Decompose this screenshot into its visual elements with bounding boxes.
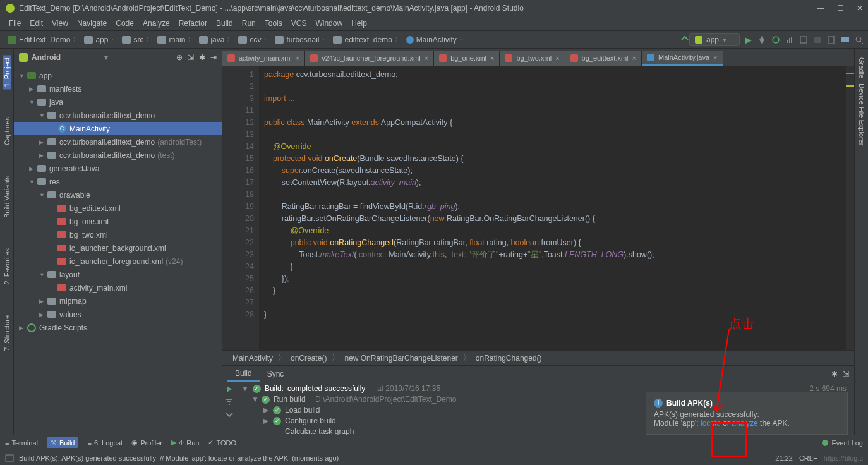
tree-node-java[interactable]: ▼java (14, 95, 222, 109)
bc-oncreate--[interactable]: onCreate() (291, 354, 327, 363)
sync-icon[interactable] (680, 35, 689, 44)
breadcrumb-edittext_demo[interactable]: edittext_demo〉 (330, 35, 403, 44)
breadcrumb-turbosnail[interactable]: turbosnail〉 (272, 35, 330, 44)
tool-6--logcat[interactable]: ≡6: Logcat (87, 439, 123, 447)
menu-refactor[interactable]: Refactor (175, 18, 211, 29)
minimize-button[interactable]: — (817, 4, 824, 13)
tool-terminal[interactable]: ≡Terminal (5, 439, 38, 447)
close-tab-icon[interactable]: × (555, 54, 559, 62)
tree-node-ic-launcher-foreground-xml[interactable]: ic_launcher_foreground.xml(v24) (14, 255, 222, 268)
menu-code[interactable]: Code (112, 18, 138, 29)
tool-profiler[interactable]: ◉Profiler (131, 438, 162, 447)
tab-bg-one-xml[interactable]: bg_one.xml× (434, 51, 500, 66)
project-tree[interactable]: ▼app▶manifests▼java▼ccv.turbosnail.editt… (14, 66, 222, 435)
tree-node-layout[interactable]: ▼layout (14, 268, 222, 281)
tree-node-mipmap[interactable]: ▶mipmap (14, 294, 222, 308)
rail-build-variants[interactable]: Build Variants (3, 173, 11, 220)
menu-analyze[interactable]: Analyze (139, 18, 174, 29)
sdk-manager-icon[interactable] (841, 36, 849, 44)
profiler-icon[interactable] (786, 36, 793, 44)
breadcrumb-MainActivity[interactable]: MainActivity〉 (404, 35, 468, 44)
code-editor[interactable]: 123111213141516171819202122232425262728 … (222, 66, 854, 350)
expand-icon[interactable] (225, 410, 234, 419)
tab-bg-edittext-xml[interactable]: bg_edittext.xml× (565, 51, 642, 66)
breadcrumb-ccv[interactable]: ccv〉 (236, 35, 272, 44)
bc-onratingchanged--[interactable]: onRatingChanged() (476, 354, 542, 363)
tool-todo[interactable]: ✓TODO (208, 438, 236, 447)
attach-debugger-icon[interactable] (800, 36, 807, 44)
filter-icon[interactable] (225, 397, 234, 406)
tree-node-ccv-turbosnail-edittext-demo[interactable]: ▶ccv.turbosnail.edittext_demo(test) (14, 148, 222, 162)
bc-new-onratingbarchangelistener[interactable]: new OnRatingBarChangeListener (344, 354, 457, 363)
hide-icon[interactable]: ⇥ (210, 53, 217, 62)
rail-gradle[interactable]: Gradle (858, 55, 865, 81)
close-tab-icon[interactable]: × (632, 54, 636, 62)
tree-node-bg-one-xml[interactable]: bg_one.xml (14, 215, 222, 228)
scroll-from-source-icon[interactable]: ⊕ (176, 53, 183, 62)
menu-navigate[interactable]: Navigate (73, 18, 111, 29)
breadcrumb-app[interactable]: app〉 (81, 35, 119, 44)
rail----favorites[interactable]: 2: Favorites (3, 246, 11, 287)
menu-view[interactable]: View (48, 18, 72, 29)
breadcrumb-java[interactable]: java〉 (196, 35, 236, 44)
menu-window[interactable]: Window (311, 18, 346, 29)
rail-captures[interactable]: Captures (3, 114, 11, 148)
close-tab-icon[interactable]: × (296, 54, 299, 62)
tree-node-manifests[interactable]: ▶manifests (14, 82, 222, 95)
project-view-title[interactable]: Android (32, 53, 100, 62)
collapse-all-icon[interactable]: ⇲ (188, 53, 194, 62)
tree-node-activity-main-xml[interactable]: activity_main.xml (14, 281, 222, 294)
editor-scrollbar[interactable] (845, 66, 854, 350)
run-button[interactable]: ▶ (745, 35, 752, 45)
menu-file[interactable]: File (5, 18, 25, 29)
tree-node-ccv-turbosnail-edittext-demo[interactable]: ▼ccv.turbosnail.edittext_demo (14, 109, 222, 122)
stop-icon[interactable] (814, 36, 821, 44)
analyze-link[interactable]: analyze (732, 419, 757, 428)
breadcrumb-EditText_Demo[interactable]: EditText_Demo〉 (5, 35, 81, 44)
tree-node-gradle-scripts[interactable]: ▶Gradle Scripts (14, 321, 222, 334)
tree-node-res[interactable]: ▼res (14, 175, 222, 188)
tab-v24-ic-launcher-foreground-xml[interactable]: v24\ic_launcher_foreground.xml× (305, 51, 434, 66)
breadcrumb-main[interactable]: main〉 (155, 35, 196, 44)
tab-mainactivity-java[interactable]: MainActivity.java× (642, 51, 723, 66)
search-icon[interactable] (855, 36, 863, 44)
menu-help[interactable]: Help (347, 18, 371, 29)
line-ending[interactable]: CRLF (799, 454, 817, 462)
status-icon[interactable] (5, 454, 14, 462)
breadcrumb-src[interactable]: src〉 (119, 35, 155, 44)
hide-bottom-icon[interactable]: ⇲ (843, 370, 849, 378)
tree-node-bg-two-xml[interactable]: bg_two.xml (14, 228, 222, 241)
maximize-button[interactable]: ☐ (837, 4, 844, 13)
tree-node-ccv-turbosnail-edittext-demo[interactable]: ▶ccv.turbosnail.edittext_demo(androidTes… (14, 135, 222, 148)
tree-node-bg-edittext-xml[interactable]: bg_edittext.xml (14, 202, 222, 215)
bottom-tab-build[interactable]: Build (227, 366, 260, 382)
gear-icon[interactable]: ✱ (831, 370, 838, 378)
menu-run[interactable]: Run (238, 18, 260, 29)
menu-vcs[interactable]: VCS (287, 18, 311, 29)
tree-node-mainactivity[interactable]: CMainActivity (14, 122, 222, 135)
close-button[interactable]: ✕ (857, 4, 863, 13)
tree-node-ic-launcher-background-xml[interactable]: ic_launcher_background.xml (14, 241, 222, 255)
settings-icon[interactable]: ✱ (199, 53, 205, 62)
tree-node-generatedjava[interactable]: ▶generatedJava (14, 162, 222, 175)
close-tab-icon[interactable]: × (713, 54, 717, 61)
close-tab-icon[interactable]: × (425, 54, 428, 62)
close-tab-icon[interactable]: × (490, 54, 494, 62)
apply-changes-icon[interactable] (758, 36, 766, 44)
locate-link[interactable]: locate (701, 419, 721, 428)
tool-4--run[interactable]: ▶4: Run (171, 438, 199, 447)
menu-build[interactable]: Build (212, 18, 237, 29)
tool-build[interactable]: ⚒Build (47, 437, 78, 448)
menu-edit[interactable]: Edit (26, 18, 47, 29)
menu-tools[interactable]: Tools (261, 18, 286, 29)
event-log-button[interactable]: Event Log (821, 439, 863, 447)
bottom-tab-sync[interactable]: Sync (260, 367, 292, 381)
editor-code[interactable]: package ccv.turbosnail.edittext_demo; im… (259, 66, 845, 350)
debug-icon[interactable] (772, 36, 780, 44)
run-configuration-selector[interactable]: app ▾ (689, 33, 740, 46)
rerun-icon[interactable] (225, 385, 234, 394)
tab-activity-main-xml[interactable]: activity_main.xml× (222, 51, 305, 66)
rail-device-file-explorer[interactable]: Device File Explorer (858, 81, 865, 148)
rail----structure[interactable]: 7: Structure (3, 313, 11, 354)
tree-node-app[interactable]: ▼app (14, 69, 222, 82)
